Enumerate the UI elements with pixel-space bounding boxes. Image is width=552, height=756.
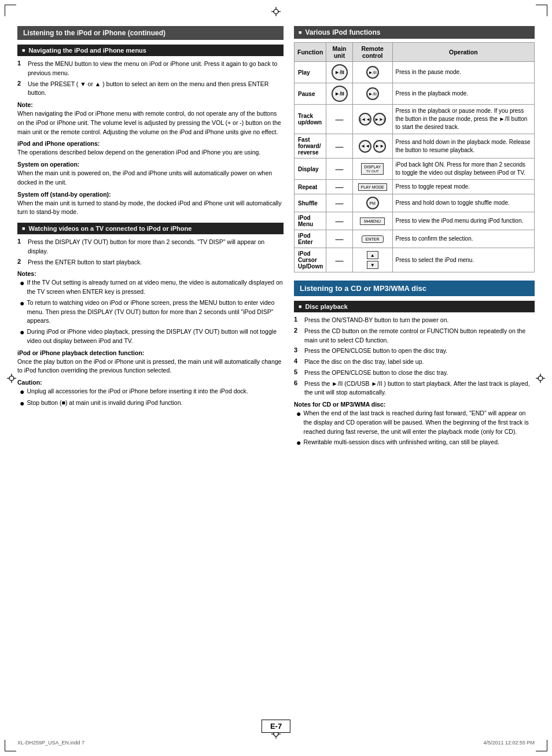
caution-1: ● Unplug all accessories for the iPod or… [17,387,284,397]
watch-notes-label: Notes: [17,270,284,277]
cursor-up-icon: ▲ [367,251,378,259]
left-section-title: Listening to the iPod or iPhone (continu… [17,26,284,40]
table-row: Fastforward/reverse — ◄◄ ►► Press and ho… [295,134,535,158]
watch-subsection-header: Watching videos on a TV connected to iPo… [17,223,284,234]
page: Listening to the iPod or iPhone (continu… [0,0,552,756]
shuffle-icon: PM [366,197,379,209]
watch-step-2: 2 Press the ENTER button to start playba… [17,258,284,267]
pause-main-icon: ►/II [332,86,348,102]
system-off-label: System off (stand-by operation): [17,191,284,198]
rew-icon: ◄◄ [359,140,371,153]
display-btn-icon: DISPLAYTV OUT [361,163,384,175]
track-prev-icon: |◄◄ [359,113,371,126]
disc-step-3: 3 Press the OPEN/CLOSE button to open th… [294,346,535,356]
disc-step-4: 4 Place the disc on the disc tray, label… [294,357,535,367]
main-content: Listening to the iPod or iPhone (continu… [17,26,535,449]
disc-note-2: ● Rewritable multi-session discs with un… [294,438,535,448]
col-operation: Operation [392,43,534,62]
nav-subsection-header: Navigating the iPod and iPhone menus [17,45,284,56]
watch-step-1: 1 Press the DISPLAY (TV OUT) button for … [17,238,284,256]
table-row: iPodCursorUp/Down — ▲ ▼ Press to select … [295,248,535,272]
system-off-text: When the main unit is turned to stand-by… [17,199,284,217]
table-row: iPodMenu — M▪MENU Press to view the iPod… [295,212,535,230]
table-row: Repeat — PLAY MODE Press to toggle repea… [295,180,535,194]
disc-section: Listening to a CD or MP3/WMA disc Disc p… [294,281,535,448]
table-row: Display — DISPLAYTV OUT iPod back light … [295,158,535,180]
col-function: Function [295,43,326,62]
footer-right: 4/5/2011 12:02:55 PM [483,740,535,746]
track-next-icon: ►►| [373,113,386,126]
caution-label: Caution: [17,379,284,386]
right-column: Various iPod functions Function Main uni… [294,26,535,449]
left-column: Listening to the iPod or iPhone (continu… [17,26,284,449]
page-number: E-7 [262,720,290,733]
disc-step-1: 1 Press the ON/STAND-BY button to turn t… [294,316,535,325]
table-row: iPodEnter — ENTER Press to confirm the s… [295,230,535,248]
table-row: Play ►/II ►/II Press in the pause mode. [295,62,535,83]
cursor-down-icon: ▼ [367,261,378,269]
pause-remote-icon: ►/II [366,87,379,100]
disc-step-6: 6 Press the ►/II (CD/USB ►/II ) button t… [294,379,535,398]
note-text: When navigating the iPod or iPhone menu … [17,109,284,137]
system-on-label: System on operation: [17,161,284,168]
disc-step-2: 2 Press the CD button on the remote cont… [294,327,535,345]
watch-note-3: ● During iPod or iPhone video playback, … [17,327,284,346]
disc-step-5: 5 Press the OPEN/CLOSE button to close t… [294,368,535,378]
watch-note-1: ● If the TV Out setting is already turne… [17,278,284,297]
repeat-btn-icon: PLAY MODE [358,183,387,191]
ipod-functions-table: Function Main unit Remote control Operat… [294,42,535,272]
disc-section-title: Listening to a CD or MP3/WMA disc [294,281,535,296]
play-main-icon: ►/II [332,64,348,80]
system-on-text: When the main unit is powered on, the iP… [17,169,284,187]
disc-notes-label: Notes for CD or MP3/WMA disc: [294,401,535,408]
ipod-ops-text: The operations described below depend on… [17,148,284,157]
disc-note-1: ● When the end of the last track is reac… [294,409,535,436]
caution-2: ● Stop button (■) at main unit is invali… [17,399,284,408]
enter-btn-icon: ENTER [362,235,384,243]
menu-btn-icon: M▪MENU [360,217,385,225]
footer-left: XL-DH259P_USA_EN.indd 7 [17,740,84,746]
table-row: Shuffle — PM Press and hold down to togg… [295,194,535,212]
ipod-ops-label: iPod and iPhone operations: [17,140,284,147]
nav-step-1: 1 Press the MENU button to view the menu… [17,60,284,78]
col-remote: Remote control [352,43,392,62]
ipod-functions-header: Various iPod functions [294,26,535,39]
nav-step-2: 2 Use the PRESET ( ▼ or ▲ ) button to se… [17,80,284,98]
table-row: Trackup/down — |◄◄ ►►| Press in the play… [295,105,535,134]
play-remote-icon: ►/II [366,66,379,79]
ff-icon: ►► [373,140,386,153]
watch-note-2: ● To return to watching video on iPod or… [17,298,284,326]
col-main-unit: Main unit [326,43,352,62]
note-label: Note: [17,101,284,108]
playback-detect-label: iPod or iPhone playback detection functi… [17,349,284,356]
playback-detect-text: Once the play button on the iPod or iPho… [17,357,284,376]
table-row: Pause ►/II ►/II Press in the playback mo… [295,83,535,105]
disc-playback-header: Disc playback [294,301,535,312]
